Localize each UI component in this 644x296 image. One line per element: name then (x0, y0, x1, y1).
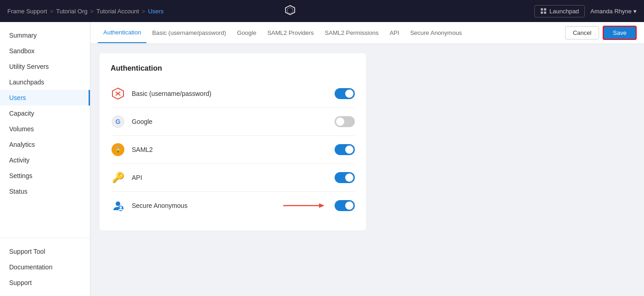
api-label: API (132, 174, 328, 181)
sidebar-item-sandbox[interactable]: Sandbox (0, 43, 90, 59)
tab-saml2-permissions[interactable]: SAML2 Permissions (319, 23, 384, 43)
page-content: Authentication Basic (username/password) (90, 44, 644, 296)
sidebar-item-utility-servers[interactable]: Utility Servers (0, 59, 90, 74)
sidebar-item-status[interactable]: Status (0, 184, 90, 199)
auth-row-secure: Secure Anonymous (111, 192, 355, 219)
saml2-label: SAML2 (132, 146, 328, 153)
svg-text:G: G (116, 118, 121, 125)
secure-icon (111, 198, 125, 213)
saml2-toggle[interactable] (335, 144, 355, 155)
auth-row-saml2: 🔒 SAML2 (111, 136, 355, 164)
sidebar-item-summary[interactable]: Summary (0, 28, 90, 43)
sidebar-item-users[interactable]: Users (0, 90, 90, 106)
tab-api[interactable]: API (384, 23, 405, 43)
api-icon: 🔑 (111, 170, 125, 185)
sidebar-item-capacity[interactable]: Capacity (0, 106, 90, 121)
breadcrumb-frame-support[interactable]: Frame Support (7, 8, 47, 15)
app-logo (285, 5, 296, 18)
sidebar-item-support-tool[interactable]: Support Tool (0, 244, 90, 259)
cancel-button[interactable]: Cancel (565, 26, 599, 39)
tab-google[interactable]: Google (232, 23, 262, 43)
user-menu[interactable]: Amanda Rhyne ▾ (590, 8, 637, 15)
breadcrumb: Frame Support > Tutorial Org > Tutorial … (7, 8, 163, 15)
secure-toggle[interactable] (335, 200, 355, 211)
topbar-right: Launchpad Amanda Rhyne ▾ (534, 5, 637, 17)
breadcrumb-tutorial-org[interactable]: Tutorial Org (56, 8, 87, 15)
sidebar: Summary Sandbox Utility Servers Launchpa… (0, 22, 90, 296)
svg-marker-15 (319, 203, 325, 208)
google-icon: G (111, 114, 125, 129)
topbar: Frame Support > Tutorial Org > Tutorial … (0, 0, 644, 22)
saml2-icon: 🔒 (111, 142, 125, 157)
breadcrumb-users[interactable]: Users (148, 8, 163, 15)
basic-label: Basic (username/password) (132, 90, 328, 97)
secure-label: Secure Anonymous (132, 202, 277, 209)
sidebar-item-documentation[interactable]: Documentation (0, 259, 90, 275)
basic-toggle[interactable] (335, 88, 355, 99)
svg-rect-5 (544, 11, 546, 14)
svg-marker-0 (286, 6, 295, 15)
auth-row-api: 🔑 API (111, 164, 355, 192)
google-label: Google (132, 118, 328, 125)
tabs-bar: Authentication Basic (username/password)… (90, 22, 644, 44)
sidebar-bottom: Support Tool Documentation Support (0, 238, 90, 290)
tabs-actions: Cancel Save (565, 26, 637, 40)
auth-row-google: G Google (111, 108, 355, 136)
card-title: Authentication (111, 64, 355, 73)
tab-basic[interactable]: Basic (username/password) (146, 23, 231, 43)
svg-rect-3 (544, 8, 546, 11)
save-button[interactable]: Save (603, 26, 637, 40)
authentication-card: Authentication Basic (username/password) (100, 53, 366, 230)
arrow-indicator (283, 201, 325, 210)
tab-saml2-providers[interactable]: SAML2 Providers (262, 23, 319, 43)
tab-authentication[interactable]: Authentication (98, 22, 146, 43)
sidebar-item-launchpads[interactable]: Launchpads (0, 74, 90, 90)
tab-secure-anonymous[interactable]: Secure Anonymous (405, 23, 468, 43)
google-toggle[interactable] (335, 116, 355, 127)
svg-marker-1 (287, 7, 293, 14)
sidebar-item-activity[interactable]: Activity (0, 152, 90, 168)
sidebar-item-settings[interactable]: Settings (0, 168, 90, 184)
basic-icon (111, 86, 125, 101)
breadcrumb-tutorial-account[interactable]: Tutorial Account (96, 8, 139, 15)
auth-row-basic: Basic (username/password) (111, 80, 355, 108)
sidebar-item-analytics[interactable]: Analytics (0, 137, 90, 152)
main-content: Authentication Basic (username/password)… (90, 22, 644, 296)
api-toggle[interactable] (335, 172, 355, 183)
chevron-down-icon: ▾ (633, 8, 637, 15)
launchpad-button[interactable]: Launchpad (534, 5, 585, 17)
svg-point-11 (116, 201, 120, 206)
svg-rect-4 (541, 11, 543, 14)
sidebar-item-volumes[interactable]: Volumes (0, 121, 90, 137)
svg-point-13 (120, 207, 122, 209)
svg-rect-2 (541, 8, 543, 11)
sidebar-item-support[interactable]: Support (0, 275, 90, 290)
